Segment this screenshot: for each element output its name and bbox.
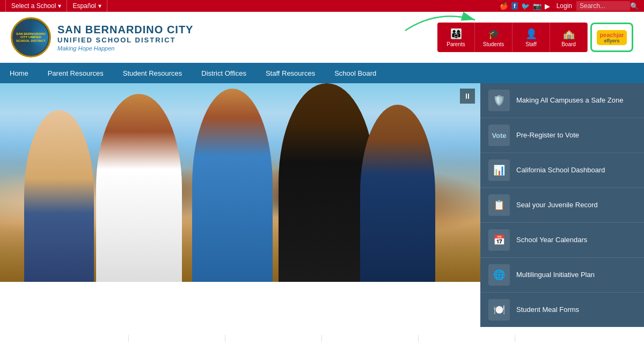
search-area: 🔍 (576, 1, 639, 11)
peachjar-wrapper: peachjar eflyers (588, 23, 633, 52)
students-icon: 🎓 (488, 28, 500, 40)
safe-zone-icon: 🛡️ (488, 90, 510, 111)
nav-student-resources[interactable]: Student Resources (113, 63, 192, 83)
slideshow-image (0, 83, 480, 282)
card-antibullying[interactable]: Anti-Bullying Policy 🚫 (419, 335, 515, 342)
parents-icon: 👨‍👩‍👧 (450, 28, 462, 40)
login-link[interactable]: Login (557, 2, 572, 10)
nav-staff-resources[interactable]: Staff Resources (256, 63, 325, 83)
district-logo: SAN BERNARDINOCITY UNIFIEDSCHOOL DISTRIC… (11, 17, 51, 57)
panel-item-multilingual[interactable]: 🌐 Multilingual Initiative Plan (480, 258, 644, 293)
select-school-arrow-icon: ▾ (58, 2, 61, 10)
panel-item-dashboard[interactable]: 📊 California School Dashboard (480, 153, 644, 188)
panel-text-meals: Student Meal Forms (516, 305, 579, 315)
peachjar-button[interactable]: peachjar eflyers (590, 23, 633, 52)
district-name: SAN BERNARDINO CITY (57, 23, 193, 36)
youtube-icon[interactable]: ▶ (545, 2, 550, 10)
district-sub: UNIFIED SCHOOL DISTRICT (57, 36, 193, 44)
multilingual-icon: 🌐 (488, 264, 510, 286)
slideshow: ⏸ (0, 83, 480, 282)
card-about-district[interactable]: About Our District 👤 (32, 335, 129, 342)
panel-item-juvenile[interactable]: 📋 Seal your Juvenile Record (480, 188, 644, 223)
nav-district-offices[interactable]: District Offices (192, 63, 256, 83)
panel-text-multilingual: Multilingual Initiative Plan (516, 271, 595, 280)
meals-icon: 🍽️ (488, 299, 510, 321)
social-icons: 🍎 f 🐦 📷 ▶ (500, 2, 550, 10)
espanol-arrow-icon: ▾ (98, 2, 101, 10)
panel-item-safe-zone[interactable]: 🛡️ Making All Campuses a Safe Zone (480, 83, 644, 118)
bottom-cards: About Our District 👤 Linked Learning 📘 C… (0, 327, 644, 342)
top-bar-right: 🍎 f 🐦 📷 ▶ Login 🔍 (500, 1, 639, 11)
peachjar-text2: eflyers (604, 38, 619, 43)
logo-text: SAN BERNARDINOCITY UNIFIEDSCHOOL DISTRIC… (16, 32, 46, 43)
select-school-button[interactable]: Select a School ▾ (5, 0, 67, 12)
main-content: ⏸ 🛡️ Making All Campuses a Safe Zone Vot… (0, 83, 644, 327)
card-enrollment[interactable]: Enrollment Hub Updates 🏢 (322, 335, 419, 342)
calendars-icon: 📅 (488, 229, 510, 251)
panel-text-safe-zone: Making All Campuses a Safe Zone (516, 96, 623, 105)
students-button[interactable]: 🎓 Students (475, 23, 513, 52)
vote-icon: Vote (488, 125, 510, 146)
parents-button[interactable]: 👨‍👩‍👧 Parents (437, 23, 475, 52)
panel-text-juvenile: Seal your Juvenile Record (516, 201, 598, 210)
quick-access-buttons: 👨‍👩‍👧 Parents 🎓 Students 👤 Staff 🏫 Board (437, 23, 588, 52)
card-community[interactable]: Community Engagement 👥 (225, 335, 322, 342)
search-button[interactable]: 🔍 (630, 2, 639, 10)
board-icon: 🏫 (563, 28, 575, 40)
nav-parent-resources[interactable]: Parent Resources (38, 63, 113, 83)
dashboard-icon: 📊 (488, 159, 510, 181)
nav-home[interactable]: Home (0, 63, 38, 83)
panel-text-vote: Pre-Register to Vote (516, 131, 579, 140)
card-linked-learning[interactable]: Linked Learning 📘 (129, 335, 225, 342)
pause-button[interactable]: ⏸ (460, 89, 475, 104)
right-panel: 🛡️ Making All Campuses a Safe Zone Vote … (480, 83, 644, 327)
espanol-button[interactable]: Español ▾ (67, 0, 107, 12)
juvenile-icon: 📋 (488, 194, 510, 216)
panel-item-calendars[interactable]: 📅 School Year Calendars (480, 223, 644, 258)
panel-text-calendars: School Year Calendars (516, 236, 587, 245)
panel-text-dashboard: California School Dashboard (516, 166, 605, 175)
facebook-icon[interactable]: f (511, 2, 518, 10)
panel-item-vote[interactable]: Vote Pre-Register to Vote (480, 118, 644, 153)
card-employment[interactable]: Employment Opportunities 🤝 (515, 335, 612, 342)
panel-item-meals[interactable]: 🍽️ Student Meal Forms (480, 293, 644, 327)
staff-icon: 👤 (525, 28, 537, 40)
district-tagline: Making Hope Happen (57, 45, 193, 52)
instagram-icon[interactable]: 📷 (533, 2, 541, 10)
peachjar-text1: peachjar (599, 32, 624, 38)
header: SAN BERNARDINOCITY UNIFIEDSCHOOL DISTRIC… (0, 12, 644, 63)
staff-button[interactable]: 👤 Staff (513, 23, 550, 52)
twitter-icon[interactable]: 🐦 (521, 2, 530, 10)
top-bar: Select a School ▾ Español ▾ 🍎 f 🐦 📷 ▶ Lo… (0, 0, 644, 12)
top-bar-left: Select a School ▾ Español ▾ (5, 0, 107, 12)
board-button[interactable]: 🏫 Board (550, 23, 588, 52)
header-right: 👨‍👩‍👧 Parents 🎓 Students 👤 Staff 🏫 Board (437, 23, 633, 52)
logo-area: SAN BERNARDINOCITY UNIFIEDSCHOOL DISTRIC… (11, 17, 193, 57)
nav-school-board[interactable]: School Board (325, 63, 386, 83)
main-nav: Home Parent Resources Student Resources … (0, 63, 644, 83)
apple-icon[interactable]: 🍎 (500, 2, 508, 10)
search-input[interactable] (576, 1, 630, 11)
district-title: SAN BERNARDINO CITY UNIFIED SCHOOL DISTR… (57, 23, 193, 52)
